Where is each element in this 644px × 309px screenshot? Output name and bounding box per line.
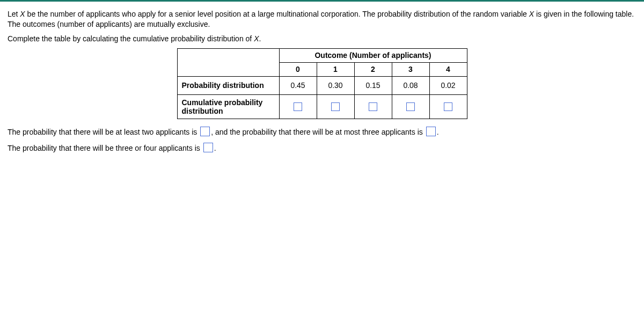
text: Let [8, 10, 20, 18]
text: , and the probability that there will be… [211, 128, 425, 136]
row-label-cumulative: Cumulative probability distribution [177, 94, 279, 119]
text: The probability that there will be at le… [8, 128, 199, 136]
answer-sentences: The probability that there will be at le… [8, 127, 636, 152]
prob-cell-1: 0.30 [317, 76, 354, 94]
prob-cell-0: 0.45 [279, 76, 317, 94]
row-label-probability: Probability distribution [177, 76, 279, 94]
variable-x: X [529, 10, 534, 18]
text: . [214, 144, 216, 152]
col-header-1: 1 [317, 62, 354, 76]
table-row: Probability distribution 0.45 0.30 0.15 … [177, 76, 467, 94]
cumulative-input-2[interactable] [369, 102, 377, 111]
variable-x: X [254, 34, 259, 43]
prob-cell-4: 0.02 [429, 76, 467, 94]
prompt-paragraph-1: Let X be the number of applicants who ap… [8, 9, 636, 30]
col-header-0: 0 [279, 62, 317, 76]
answer-line-2: The probability that there will be three… [8, 143, 636, 152]
table-corner-blank [177, 48, 279, 76]
text: . [437, 128, 439, 136]
cumulative-input-1[interactable] [331, 102, 340, 111]
cumulative-input-3[interactable] [406, 102, 415, 111]
table-row: Cumulative probability distribution [177, 94, 467, 119]
col-header-3: 3 [392, 62, 429, 76]
prompt-paragraph-2: Complete the table by calculating the cu… [8, 34, 636, 44]
probability-table: Outcome (Number of applicants) 0 1 2 3 4… [177, 48, 467, 119]
cum-cell-3 [392, 94, 429, 119]
cum-cell-4 [429, 94, 467, 119]
text: The probability that there will be three… [8, 144, 202, 152]
cumulative-input-0[interactable] [294, 102, 302, 111]
col-header-4: 4 [429, 62, 467, 76]
col-header-2: 2 [354, 62, 392, 76]
variable-x: X [20, 10, 25, 18]
table-container: Outcome (Number of applicants) 0 1 2 3 4… [8, 48, 636, 119]
table-row: Outcome (Number of applicants) [177, 48, 467, 62]
table-super-header: Outcome (Number of applicants) [279, 48, 467, 62]
text: . [259, 34, 261, 43]
answer-input-at-most-three[interactable] [426, 127, 436, 136]
page-content: Let X be the number of applicants who ap… [0, 2, 644, 164]
answer-line-1: The probability that there will be at le… [8, 127, 636, 136]
problem-prompt: Let X be the number of applicants who ap… [8, 9, 636, 44]
prob-cell-2: 0.15 [354, 76, 392, 94]
cum-cell-2 [354, 94, 392, 119]
text: Complete the table by calculating the cu… [8, 34, 254, 43]
prob-cell-3: 0.08 [392, 76, 429, 94]
answer-input-three-or-four[interactable] [203, 143, 213, 152]
answer-input-at-least-two[interactable] [200, 127, 210, 136]
text: be the number of applicants who apply fo… [25, 10, 529, 18]
cumulative-input-4[interactable] [444, 102, 452, 111]
cum-cell-1 [317, 94, 354, 119]
cum-cell-0 [279, 94, 317, 119]
